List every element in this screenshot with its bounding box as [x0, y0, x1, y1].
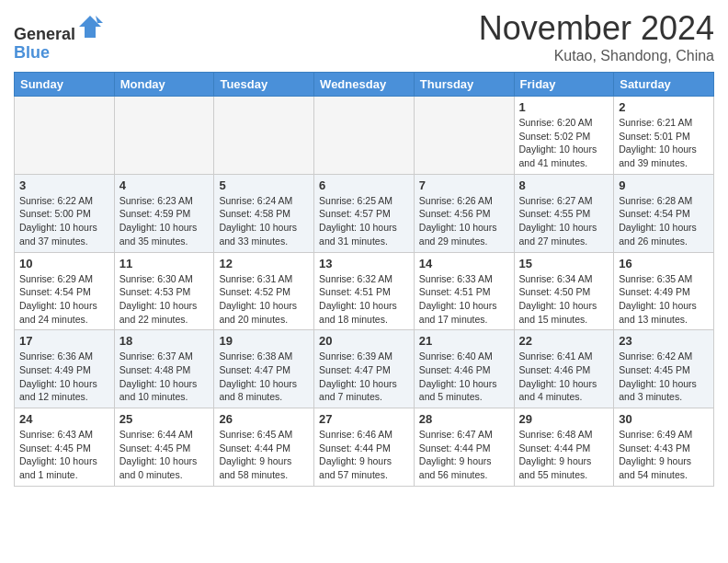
table-row: 12Sunrise: 6:31 AMSunset: 4:52 PMDayligh…: [214, 252, 314, 330]
table-row: [114, 97, 214, 175]
table-row: [414, 97, 514, 175]
day-number: 5: [219, 178, 309, 192]
logo-text: General Blue: [14, 14, 103, 63]
table-row: 7Sunrise: 6:26 AMSunset: 4:56 PMDaylight…: [414, 174, 514, 252]
table-row: 15Sunrise: 6:34 AMSunset: 4:50 PMDayligh…: [514, 252, 614, 330]
day-number: 13: [319, 257, 409, 270]
col-friday: Friday: [514, 73, 614, 97]
day-info: Sunrise: 6:44 AMSunset: 4:45 PMDaylight:…: [119, 428, 210, 482]
col-monday: Monday: [114, 73, 214, 97]
day-info: Sunrise: 6:36 AMSunset: 4:49 PMDaylight:…: [19, 350, 109, 404]
day-info: Sunrise: 6:31 AMSunset: 4:52 PMDaylight:…: [219, 272, 309, 327]
table-row: 29Sunrise: 6:48 AMSunset: 4:44 PMDayligh…: [514, 408, 614, 487]
logo-general: General: [14, 25, 75, 43]
table-row: 16Sunrise: 6:35 AMSunset: 4:49 PMDayligh…: [614, 252, 714, 330]
table-row: 6Sunrise: 6:25 AMSunset: 4:57 PMDaylight…: [314, 174, 415, 252]
calendar-week-row: 17Sunrise: 6:36 AMSunset: 4:49 PMDayligh…: [15, 330, 714, 408]
table-row: [314, 97, 415, 175]
day-number: 23: [619, 334, 709, 348]
table-row: 26Sunrise: 6:45 AMSunset: 4:44 PMDayligh…: [214, 408, 314, 487]
day-number: 4: [119, 178, 210, 192]
day-number: 14: [419, 257, 509, 270]
day-number: 22: [519, 334, 609, 348]
table-row: 10Sunrise: 6:29 AMSunset: 4:54 PMDayligh…: [15, 252, 115, 330]
table-row: 8Sunrise: 6:27 AMSunset: 4:55 PMDaylight…: [514, 174, 614, 252]
table-row: 11Sunrise: 6:30 AMSunset: 4:53 PMDayligh…: [114, 252, 214, 330]
day-number: 29: [519, 412, 609, 426]
table-row: 22Sunrise: 6:41 AMSunset: 4:46 PMDayligh…: [514, 330, 614, 408]
calendar-header-row: Sunday Monday Tuesday Wednesday Thursday…: [15, 73, 714, 97]
day-info: Sunrise: 6:42 AMSunset: 4:45 PMDaylight:…: [619, 350, 709, 404]
day-number: 2: [619, 100, 709, 114]
day-info: Sunrise: 6:33 AMSunset: 4:51 PMDaylight:…: [419, 272, 509, 327]
logo: General Blue: [14, 14, 103, 63]
day-info: Sunrise: 6:43 AMSunset: 4:45 PMDaylight:…: [19, 428, 109, 482]
table-row: 1Sunrise: 6:20 AMSunset: 5:02 PMDaylight…: [514, 97, 614, 175]
table-row: 17Sunrise: 6:36 AMSunset: 4:49 PMDayligh…: [15, 330, 115, 408]
day-info: Sunrise: 6:30 AMSunset: 4:53 PMDaylight:…: [119, 272, 210, 327]
month-title: November 2024: [479, 9, 714, 48]
table-row: 19Sunrise: 6:38 AMSunset: 4:47 PMDayligh…: [214, 330, 314, 408]
day-number: 19: [219, 334, 309, 348]
day-info: Sunrise: 6:45 AMSunset: 4:44 PMDaylight:…: [219, 428, 309, 482]
table-row: [15, 97, 115, 175]
day-number: 6: [319, 178, 409, 192]
day-info: Sunrise: 6:26 AMSunset: 4:56 PMDaylight:…: [419, 194, 509, 248]
day-info: Sunrise: 6:29 AMSunset: 4:54 PMDaylight:…: [19, 272, 109, 327]
day-number: 12: [219, 257, 309, 270]
day-number: 30: [619, 412, 709, 426]
day-info: Sunrise: 6:38 AMSunset: 4:47 PMDaylight:…: [219, 350, 309, 404]
day-info: Sunrise: 6:48 AMSunset: 4:44 PMDaylight:…: [519, 428, 609, 482]
table-row: 3Sunrise: 6:22 AMSunset: 5:00 PMDaylight…: [15, 174, 115, 252]
col-tuesday: Tuesday: [214, 73, 314, 97]
header: General Blue November 2024 Kutao, Shando…: [14, 9, 714, 64]
day-number: 18: [119, 334, 210, 348]
subtitle: Kutao, Shandong, China: [479, 48, 714, 64]
day-info: Sunrise: 6:40 AMSunset: 4:46 PMDaylight:…: [419, 350, 509, 404]
table-row: 4Sunrise: 6:23 AMSunset: 4:59 PMDaylight…: [114, 174, 214, 252]
svg-marker-1: [96, 16, 103, 23]
day-info: Sunrise: 6:28 AMSunset: 4:54 PMDaylight:…: [619, 194, 709, 248]
calendar-week-row: 3Sunrise: 6:22 AMSunset: 5:00 PMDaylight…: [15, 174, 714, 252]
table-row: 14Sunrise: 6:33 AMSunset: 4:51 PMDayligh…: [414, 252, 514, 330]
day-number: 10: [19, 257, 109, 270]
col-saturday: Saturday: [614, 73, 714, 97]
day-number: 24: [19, 412, 109, 426]
day-number: 3: [19, 178, 109, 192]
day-info: Sunrise: 6:46 AMSunset: 4:44 PMDaylight:…: [319, 428, 409, 482]
day-info: Sunrise: 6:20 AMSunset: 5:02 PMDaylight:…: [519, 116, 609, 170]
day-number: 8: [519, 178, 609, 192]
day-info: Sunrise: 6:34 AMSunset: 4:50 PMDaylight:…: [519, 272, 609, 327]
day-number: 28: [419, 412, 509, 426]
col-thursday: Thursday: [414, 73, 514, 97]
table-row: 2Sunrise: 6:21 AMSunset: 5:01 PMDaylight…: [614, 97, 714, 175]
table-row: 27Sunrise: 6:46 AMSunset: 4:44 PMDayligh…: [314, 408, 415, 487]
table-row: 9Sunrise: 6:28 AMSunset: 4:54 PMDaylight…: [614, 174, 714, 252]
day-number: 17: [19, 334, 109, 348]
calendar-week-row: 1Sunrise: 6:20 AMSunset: 5:02 PMDaylight…: [15, 97, 714, 175]
title-section: November 2024 Kutao, Shandong, China: [479, 9, 714, 64]
calendar-week-row: 24Sunrise: 6:43 AMSunset: 4:45 PMDayligh…: [15, 408, 714, 487]
day-info: Sunrise: 6:32 AMSunset: 4:51 PMDaylight:…: [319, 272, 409, 327]
day-number: 15: [519, 257, 609, 270]
day-number: 11: [119, 257, 210, 270]
day-info: Sunrise: 6:24 AMSunset: 4:58 PMDaylight:…: [219, 194, 309, 248]
calendar-week-row: 10Sunrise: 6:29 AMSunset: 4:54 PMDayligh…: [15, 252, 714, 330]
table-row: 21Sunrise: 6:40 AMSunset: 4:46 PMDayligh…: [414, 330, 514, 408]
table-row: 30Sunrise: 6:49 AMSunset: 4:43 PMDayligh…: [614, 408, 714, 487]
day-info: Sunrise: 6:41 AMSunset: 4:46 PMDaylight:…: [519, 350, 609, 404]
day-number: 16: [619, 257, 709, 270]
day-number: 1: [519, 100, 609, 114]
day-number: 21: [419, 334, 509, 348]
col-sunday: Sunday: [15, 73, 115, 97]
table-row: 23Sunrise: 6:42 AMSunset: 4:45 PMDayligh…: [614, 330, 714, 408]
day-number: 25: [119, 412, 210, 426]
day-number: 27: [319, 412, 409, 426]
day-info: Sunrise: 6:22 AMSunset: 5:00 PMDaylight:…: [19, 194, 109, 248]
day-info: Sunrise: 6:39 AMSunset: 4:47 PMDaylight:…: [319, 350, 409, 404]
day-number: 9: [619, 178, 709, 192]
table-row: 20Sunrise: 6:39 AMSunset: 4:47 PMDayligh…: [314, 330, 415, 408]
table-row: 28Sunrise: 6:47 AMSunset: 4:44 PMDayligh…: [414, 408, 514, 487]
table-row: 24Sunrise: 6:43 AMSunset: 4:45 PMDayligh…: [15, 408, 115, 487]
day-number: 26: [219, 412, 309, 426]
